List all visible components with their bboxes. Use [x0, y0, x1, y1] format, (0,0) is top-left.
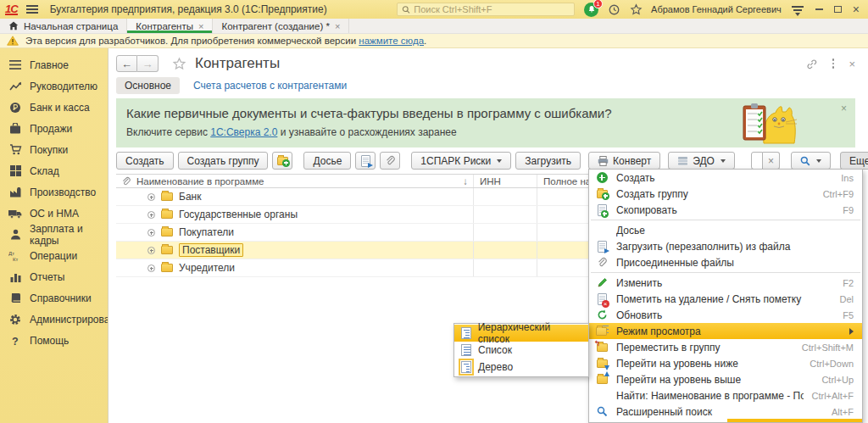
paperclip-icon — [121, 176, 131, 186]
envelope-button[interactable]: Конверт — [588, 152, 660, 170]
sidebar-item-proizvodstvo[interactable]: Производство — [0, 181, 108, 203]
current-user[interactable]: Абрамов Геннадий Сергеевич — [651, 4, 782, 14]
sidebar-label: Продажи — [30, 123, 72, 135]
expand-icon[interactable] — [147, 264, 155, 272]
name-column-header[interactable]: Наименование в программе ↓ — [135, 175, 474, 187]
search-settings-button[interactable] — [791, 152, 831, 170]
sidebar-label: Покупки — [30, 144, 68, 156]
nav-tab-osnovnoe[interactable]: Основное — [116, 77, 180, 94]
menu-item-copy[interactable]: Скопировать F9 — [589, 202, 862, 218]
tab-close-icon[interactable]: × — [335, 21, 340, 31]
list-icon — [461, 344, 471, 356]
close-icon[interactable]: × — [853, 4, 860, 14]
sidebar-item-operacii[interactable]: ДтКт Операции — [0, 245, 108, 266]
sidebar-item-spravochniki[interactable]: Справочники — [0, 287, 108, 309]
close-page-icon[interactable]: × — [849, 58, 855, 70]
1c-logo: 1С — [5, 4, 18, 15]
history-icon[interactable] — [608, 3, 620, 16]
sidebar-item-bank-kassa[interactable]: Банк и касса — [0, 97, 108, 118]
printer-icon — [598, 156, 609, 166]
create-button[interactable]: Создать — [116, 152, 174, 170]
favorite-star-icon[interactable] — [172, 57, 186, 71]
search-icon — [402, 5, 410, 14]
clear-search-icon[interactable]: × — [763, 152, 780, 170]
sidebar-item-administrirovanie[interactable]: Администрирование — [0, 309, 108, 330]
attachment-column-header[interactable] — [116, 176, 135, 186]
menu-item-create-group[interactable]: Создать группу Ctrl+F9 — [589, 186, 862, 202]
page-command-bar: ← → Контрагенты × — [116, 53, 860, 75]
sidebar-item-sklad[interactable]: Склад — [0, 160, 108, 181]
tab-kontragent-sozdanie[interactable]: Контрагент (создание) * × — [213, 19, 349, 33]
maximize-icon[interactable] — [834, 6, 842, 13]
banner-close-icon[interactable]: × — [841, 103, 847, 114]
main-menu-icon[interactable] — [26, 5, 38, 14]
list-search-box[interactable] — [751, 152, 763, 170]
inn-column-header[interactable]: ИНН — [474, 175, 537, 187]
sidebar-label: Руководителю — [30, 81, 97, 92]
expand-icon[interactable] — [147, 211, 155, 219]
menu-item-level-down[interactable]: Перейти на уровень ниже Ctrl+Down — [589, 355, 862, 371]
attached-files-icon-button[interactable] — [380, 152, 400, 170]
service-menu-icon[interactable] — [792, 6, 804, 14]
sidebar-item-zarplata-kadry[interactable]: Зарплата и кадры — [0, 224, 108, 245]
expand-icon[interactable] — [147, 193, 155, 201]
sidebar-item-otchety[interactable]: Отчеты — [0, 266, 108, 287]
create-group-icon — [595, 187, 609, 201]
more-commands-icon[interactable] — [832, 58, 835, 69]
submenu-item-hierarchical-list[interactable]: Иерархический список — [454, 325, 588, 342]
cart-icon — [8, 143, 22, 157]
sidebar-label: Зарплата и кадры — [30, 223, 108, 247]
expand-icon[interactable] — [147, 229, 155, 237]
menu-item-view-mode[interactable]: Режим просмотра — [589, 323, 862, 339]
minimize-icon[interactable] — [815, 8, 823, 10]
menu-item-load-from-file[interactable]: Загрузить (перезаполнить) из файла — [589, 238, 862, 254]
sidebar-item-rukovoditelyu[interactable]: Руководителю — [0, 75, 108, 97]
global-search-input[interactable] — [414, 4, 570, 14]
menu-item-dossier[interactable]: Досье — [589, 222, 862, 238]
menu-item-edit[interactable]: Изменить F2 — [589, 275, 862, 291]
get-link-icon[interactable] — [805, 58, 818, 70]
tab-kontragenty[interactable]: Контрагенты × — [127, 19, 213, 33]
developer-version-warning: Эта версия для разработчиков. Для приобр… — [0, 34, 868, 48]
sidebar-item-glavnoe[interactable]: Главное — [0, 54, 108, 75]
sidebar-item-prodazhi[interactable]: Продажи — [0, 118, 108, 139]
load-from-file-icon-button[interactable] — [355, 152, 376, 170]
tab-home[interactable]: Начальная страница — [0, 19, 127, 33]
create-group-button[interactable]: Создать группу — [178, 152, 269, 170]
dropdown-caret-icon — [497, 159, 502, 163]
menu-item-move-to-group[interactable]: ↰ Переместить в группу Ctrl+Shift+M — [589, 339, 862, 355]
refresh-icon — [595, 309, 609, 322]
sverka-link[interactable]: 1С:Сверка 2.0 — [210, 126, 277, 138]
load-button[interactable]: Загрузить — [515, 152, 581, 170]
forward-button[interactable]: → — [137, 55, 159, 72]
menu-item-mark-deletion[interactable]: × Пометить на удаление / Снять пометку D… — [589, 291, 862, 307]
menu-item-attached-files[interactable]: Присоединенные файлы — [589, 254, 862, 270]
sidebar-item-pomosch[interactable]: ? Помощь — [0, 330, 108, 351]
more-button[interactable]: Еще — [840, 152, 868, 170]
sidebar-label: ОС и НМА — [30, 208, 79, 220]
sidebar-item-pokupki[interactable]: Покупки — [0, 139, 108, 160]
edo-button[interactable]: ЭДО — [668, 152, 735, 170]
dossier-button[interactable]: Досье — [303, 152, 351, 170]
buy-version-link[interactable]: нажмите сюда — [359, 36, 424, 46]
global-search-box[interactable] — [397, 3, 575, 16]
menu-item-find[interactable]: Найти: Наименование в программе - Постав… — [589, 387, 862, 404]
sidebar-label: Операции — [30, 250, 77, 262]
menu-item-advanced-search[interactable]: Расширенный поиск Alt+F — [589, 404, 862, 420]
create-group-icon-button[interactable] — [272, 152, 292, 170]
notifications-icon[interactable]: 1 — [584, 3, 598, 17]
menu-item-refresh[interactable]: Обновить F5 — [589, 307, 862, 323]
tab-close-icon[interactable]: × — [198, 21, 203, 31]
favorites-star-icon[interactable] — [630, 3, 643, 16]
menu-item-level-up[interactable]: Перейти на уровень выше Ctrl+Up — [589, 371, 862, 387]
spark-risks-button[interactable]: 1СПАРК Риски — [411, 152, 511, 170]
nav-tab-scheta-raschetov[interactable]: Счета расчетов с контрагентами — [193, 80, 347, 92]
expand-icon[interactable] — [147, 247, 155, 254]
tab-label: Контрагент (создание) * — [221, 21, 329, 31]
sidebar-item-os-nma[interactable]: ОС и НМА — [0, 203, 108, 224]
back-button[interactable]: ← — [116, 55, 137, 72]
sidebar-label: Справочники — [30, 292, 92, 304]
menu-item-create[interactable]: Создать Ins — [589, 170, 862, 186]
menu-separator — [591, 272, 860, 273]
submenu-item-tree[interactable]: Дерево — [454, 359, 588, 376]
